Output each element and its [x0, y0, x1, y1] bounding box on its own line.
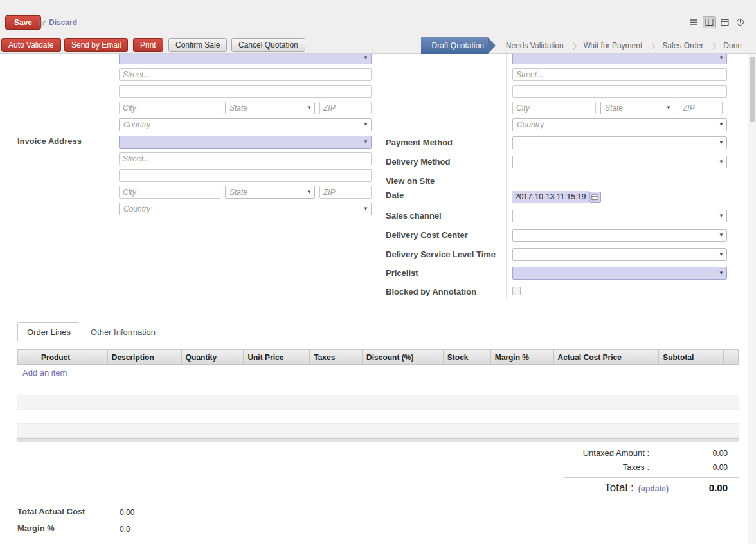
city-input[interactable]: [119, 102, 221, 114]
city-input[interactable]: [512, 102, 596, 114]
delivery-service-level-time-select[interactable]: ▼: [512, 248, 727, 261]
invoice-address-select[interactable]: ▼: [119, 136, 372, 149]
delivery-method-select[interactable]: ▼: [512, 156, 727, 168]
taxes-label: Taxes :: [623, 462, 649, 472]
save-button[interactable]: Save: [5, 15, 41, 30]
chevron-down-icon: ▼: [363, 55, 368, 60]
scrollbar-thumb[interactable]: [750, 57, 755, 122]
list-view-icon[interactable]: [687, 16, 701, 28]
label-column-divider: [114, 54, 114, 219]
zip-input[interactable]: [679, 102, 723, 114]
margin-percent-value: 0.0: [120, 525, 130, 534]
delivery-cost-center-select[interactable]: ▼: [512, 229, 727, 242]
or-text: or: [39, 19, 46, 28]
update-total-link[interactable]: (update): [638, 484, 669, 493]
delivery-method-label: Delivery Method: [386, 157, 508, 167]
date-field: 2017-10-13 11:15:19: [512, 191, 601, 203]
street-input[interactable]: [119, 152, 372, 165]
total-label: Total :: [604, 482, 633, 494]
auto-validate-button[interactable]: Auto Validate: [1, 38, 61, 52]
total-row: Total : (update) 0.00: [604, 482, 728, 494]
tab-order-lines[interactable]: Order Lines: [17, 322, 80, 342]
graph-view-icon[interactable]: [734, 16, 747, 28]
invoice-address-block: ▼ State▼ Country▼: [119, 136, 372, 215]
print-button[interactable]: Print: [133, 38, 163, 52]
chevron-down-icon: ▼: [666, 105, 671, 111]
send-by-email-button[interactable]: Send by Email: [64, 38, 128, 52]
empty-row: [17, 381, 739, 395]
shipping-address-block: ▼ State▼ Country▼: [512, 51, 727, 131]
status-step-wait-for-payment: Wait for Payment: [577, 41, 649, 50]
form-view-icon[interactable]: [703, 16, 716, 28]
cancel-quotation-button[interactable]: Cancel Quotation: [231, 38, 305, 52]
street2-input[interactable]: [119, 169, 372, 182]
total-actual-cost-label: Total Actual Cost: [17, 507, 85, 516]
confirm-sale-button[interactable]: Confirm Sale: [168, 38, 227, 52]
chevron-down-icon: ▼: [363, 140, 368, 145]
chevron-down-icon: ▼: [363, 122, 368, 127]
untaxed-amount-row: Untaxed Amount : 0.00: [583, 448, 728, 458]
date-label: Date: [386, 190, 508, 200]
calendar-icon[interactable]: [590, 192, 601, 203]
discard-link[interactable]: Discard: [49, 18, 77, 27]
empty-row: [17, 395, 739, 410]
chevron-down-icon: ▼: [719, 122, 724, 127]
zip-input[interactable]: [320, 186, 372, 199]
taxes-value: 0.00: [649, 463, 728, 472]
street-input[interactable]: [119, 68, 372, 81]
column-header-subtotal: Subtotal: [659, 350, 724, 364]
status-step-needs-validation: Needs Validation: [500, 41, 570, 50]
chevron-down-icon: ▼: [719, 213, 724, 219]
vertical-scrollbar[interactable]: [748, 54, 756, 544]
chevron-right-icon: [570, 42, 577, 49]
column-header-description: Description: [108, 350, 182, 364]
handle-column-header: [18, 350, 37, 364]
state-select[interactable]: State▼: [600, 102, 674, 114]
date-value[interactable]: 2017-10-13 11:15:19: [512, 191, 589, 203]
add-item-row: Add an item: [17, 365, 739, 381]
sales-channel-label: Sales channel: [386, 211, 508, 221]
tab-other-information[interactable]: Other Information: [80, 323, 166, 341]
total-value: 0.00: [669, 482, 728, 493]
calendar-view-icon[interactable]: [718, 16, 732, 28]
street2-input[interactable]: [512, 85, 727, 98]
blocked-by-annotation-label: Blocked by Annotation: [386, 287, 508, 296]
empty-row: [17, 410, 739, 424]
status-step-draft-quotation: Draft Quotation: [421, 37, 487, 54]
country-select[interactable]: Country▼: [512, 118, 727, 131]
chevron-right-icon: [710, 42, 717, 49]
label-column-divider: [114, 504, 114, 544]
payment-method-label: Payment Method: [386, 138, 508, 147]
chevron-down-icon: ▼: [719, 140, 724, 145]
state-select[interactable]: State▼: [225, 102, 315, 114]
status-step-done: Done: [717, 41, 748, 50]
status-bar: Draft Quotation Needs Validation Wait fo…: [421, 37, 748, 54]
order-lines-header: Product Description Quantity Unit Price …: [17, 349, 739, 365]
header-toolbar: Save or Discard Auto Validate Send by Em…: [0, 0, 756, 54]
street2-input[interactable]: [119, 85, 372, 98]
chevron-down-icon: ▼: [719, 159, 724, 165]
column-header-discount: Discount (%): [363, 350, 444, 364]
country-select[interactable]: Country▼: [119, 203, 372, 215]
street-input[interactable]: [512, 68, 727, 81]
total-actual-cost-value: 0.00: [120, 508, 134, 517]
chevron-down-icon: ▼: [307, 105, 312, 111]
chevron-down-icon: ▼: [719, 55, 724, 60]
margin-percent-label: Margin %: [17, 523, 55, 533]
chevron-down-icon: ▼: [719, 271, 724, 276]
blocked-by-annotation-checkbox[interactable]: [512, 287, 521, 295]
city-input[interactable]: [119, 186, 221, 199]
sales-channel-select[interactable]: ▼: [512, 210, 727, 222]
state-select[interactable]: State▼: [225, 186, 315, 199]
payment-method-select[interactable]: ▼: [512, 136, 727, 149]
pricelist-select[interactable]: ▼: [512, 267, 727, 280]
totals-separator: [564, 477, 739, 478]
pricelist-label: Pricelist: [386, 268, 508, 278]
zip-input[interactable]: [320, 102, 372, 114]
table-footer-band: [17, 438, 739, 442]
country-select[interactable]: Country▼: [119, 118, 372, 131]
column-header-product: Product: [37, 350, 108, 364]
add-an-item-link[interactable]: Add an item: [22, 368, 67, 377]
chevron-right-icon: [649, 42, 656, 49]
column-header-taxes: Taxes: [310, 350, 363, 364]
